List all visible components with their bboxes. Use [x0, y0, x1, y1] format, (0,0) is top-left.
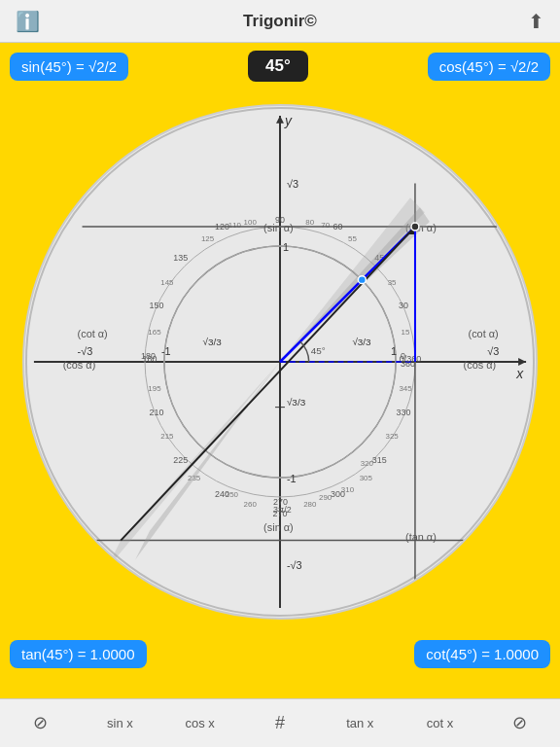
tan-badge: tan(45°) = 1.0000: [10, 640, 147, 668]
angle-display[interactable]: 45°: [248, 51, 308, 82]
svg-text:(cos α): (cos α): [464, 359, 497, 371]
svg-text:325: 325: [386, 432, 400, 441]
svg-point-80: [358, 276, 366, 284]
empty-icon: ⊘: [512, 712, 527, 733]
svg-text:15: 15: [402, 328, 410, 337]
svg-text:305: 305: [360, 474, 373, 482]
svg-text:180: 180: [141, 351, 156, 361]
share-icon[interactable]: ⬆: [528, 10, 544, 33]
svg-text:70: 70: [321, 221, 330, 230]
svg-text:45°: 45°: [311, 345, 326, 356]
svg-text:√3: √3: [487, 345, 499, 357]
svg-text:315: 315: [372, 455, 387, 465]
svg-text:3π/2: 3π/2: [273, 505, 292, 515]
svg-text:√3/3: √3/3: [287, 397, 306, 408]
svg-text:165: 165: [148, 328, 161, 337]
svg-text:360: 360: [401, 359, 415, 369]
svg-text:145: 145: [160, 278, 174, 287]
svg-text:30: 30: [399, 301, 408, 310]
footer-item-tanx[interactable]: tan x: [320, 716, 400, 730]
svg-text:(cot α): (cot α): [78, 328, 108, 339]
svg-text:-1: -1: [161, 345, 171, 357]
svg-text:150: 150: [150, 301, 164, 310]
svg-text:280: 280: [303, 500, 317, 509]
svg-text:225: 225: [173, 455, 188, 465]
footer-tabs: ⊘ sin x cos x # tan x cot x ⊘: [0, 698, 560, 747]
svg-text:√3: √3: [287, 178, 298, 190]
cos-badge: cos(45°) = √2/2: [428, 53, 550, 81]
svg-text:(cos α): (cos α): [63, 359, 96, 371]
unit-circle-container[interactable]: x y 90 60 45 30 0/360 330 315 300 270 24…: [0, 89, 560, 634]
svg-text:260: 260: [244, 500, 258, 509]
cotx-label: cot x: [427, 716, 453, 730]
svg-text:-√3: -√3: [78, 345, 93, 357]
svg-point-81: [411, 223, 419, 231]
app-header: ℹ️ Trigonir© ⬆: [0, 0, 560, 43]
circle-icon: ⊘: [33, 712, 48, 733]
cosx-label: cos x: [186, 716, 215, 730]
svg-text:100: 100: [244, 218, 258, 227]
svg-text:195: 195: [148, 384, 161, 393]
app-title: Trigonir©: [243, 12, 317, 31]
svg-text:x: x: [515, 366, 524, 381]
svg-text:110: 110: [228, 221, 242, 230]
svg-text:1: 1: [283, 241, 289, 253]
bottom-badges-row: tan(45°) = 1.0000 cot(45°) = 1.0000: [0, 634, 560, 674]
svg-text:345: 345: [399, 384, 412, 393]
footer-item-empty[interactable]: ⊘: [480, 712, 560, 734]
svg-text:210: 210: [150, 408, 164, 417]
svg-text:(sin α): (sin α): [263, 222, 294, 233]
sinx-label: sin x: [107, 716, 133, 730]
svg-text:√3/3: √3/3: [203, 337, 223, 347]
svg-text:55: 55: [348, 234, 357, 243]
svg-text:80: 80: [305, 218, 314, 227]
top-badges-row: sin(45°) = √2/2 45° cos(45°) = √2/2: [0, 43, 560, 89]
footer-item-cotx[interactable]: cot x: [400, 716, 479, 730]
svg-text:35: 35: [388, 278, 397, 287]
svg-text:215: 215: [160, 432, 174, 441]
svg-text:125: 125: [201, 234, 215, 243]
footer-item-cosx[interactable]: cos x: [160, 716, 240, 730]
circle-svg[interactable]: x y 90 60 45 30 0/360 330 315 300 270 24…: [24, 106, 536, 618]
svg-text:290: 290: [319, 493, 332, 502]
svg-text:√3/3: √3/3: [352, 337, 371, 347]
svg-text:-1: -1: [287, 473, 297, 484]
info-icon[interactable]: ℹ️: [16, 10, 40, 33]
svg-text:310: 310: [341, 485, 355, 494]
svg-text:(sin α): (sin α): [263, 521, 294, 533]
svg-text:320: 320: [361, 459, 374, 468]
svg-text:-√3: -√3: [287, 559, 302, 571]
footer-item-sinx[interactable]: sin x: [80, 716, 159, 730]
tanx-label: tan x: [346, 716, 373, 730]
svg-text:135: 135: [173, 253, 188, 263]
sin-badge: sin(45°) = √2/2: [10, 53, 128, 81]
grid-icon: #: [275, 713, 285, 733]
footer-item-circle[interactable]: ⊘: [0, 712, 80, 734]
footer-item-grid[interactable]: #: [240, 713, 320, 734]
svg-text:330: 330: [397, 408, 411, 417]
svg-text:250: 250: [226, 490, 239, 499]
svg-text:1: 1: [391, 345, 397, 357]
cot-badge: cot(45°) = 1.0000: [414, 640, 550, 668]
svg-text:(cot α): (cot α): [469, 328, 499, 339]
unit-circle[interactable]: x y 90 60 45 30 0/360 330 315 300 270 24…: [22, 104, 538, 620]
svg-text:y: y: [284, 113, 293, 128]
